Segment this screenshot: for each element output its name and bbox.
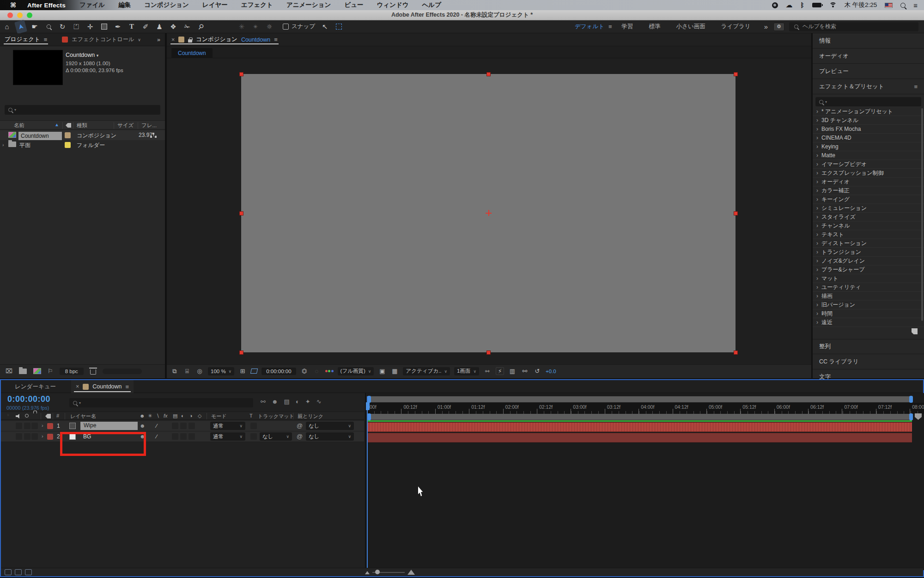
layer-name[interactable]: Wipe — [80, 422, 138, 430]
timeline-track-area[interactable]: 00f00:12f01:00f01:12f02:00f02:12f03:00f0… — [365, 393, 924, 570]
spotlight-search-icon[interactable] — [900, 3, 906, 8]
view-axis-mode-icon[interactable]: ✵ — [263, 22, 275, 32]
label-chip-yellow[interactable] — [65, 142, 71, 148]
panel-overflow-icon[interactable]: » — [157, 37, 160, 43]
timeline-search-field[interactable]: ▾ — [69, 398, 253, 407]
cc-libraries-panel-header[interactable]: CC ライブラリ — [813, 354, 924, 369]
lock-icon[interactable] — [188, 39, 192, 43]
playhead-line[interactable] — [367, 396, 368, 570]
snap-options-icon[interactable]: ↖ — [319, 22, 331, 32]
effects-category[interactable]: ›CINEMA 4D — [813, 134, 924, 142]
selection-handle[interactable] — [734, 350, 738, 355]
rotate-tool-icon[interactable]: ↻ — [56, 22, 68, 32]
help-search-field[interactable]: ヘルプを検索 — [789, 22, 918, 31]
effects-category[interactable]: ›ユーティリティ — [813, 283, 924, 292]
solid-swatch[interactable] — [69, 423, 76, 429]
anchor-point-icon[interactable] — [486, 210, 492, 216]
shy-toggle-icon[interactable]: ☻ — [140, 423, 146, 429]
collapsed-panel-header[interactable]: プレビュー — [813, 64, 924, 79]
zoom-tool-icon[interactable] — [43, 22, 55, 32]
comp-mini-flowchart-icon[interactable]: ⚯ — [261, 398, 266, 405]
hand-tool-icon[interactable]: ☛ — [29, 22, 41, 32]
fast-previews-region-icon[interactable]: ▣ — [378, 368, 386, 375]
close-window-button[interactable] — [7, 12, 13, 18]
effects-category[interactable]: ›マット — [813, 274, 924, 283]
camera-dropdown[interactable]: アクティブカ..∨ — [403, 367, 450, 375]
effects-category[interactable]: ›オーディオ — [813, 178, 924, 186]
toggle-inout-panes-icon[interactable] — [25, 569, 32, 575]
reset-exposure-icon[interactable]: ↺ — [533, 368, 541, 375]
time-ruler[interactable]: 00f00:12f01:00f01:12f02:00f02:12f03:00f0… — [367, 403, 924, 414]
selection-handle[interactable] — [486, 350, 491, 355]
channel-settings-icon[interactable] — [325, 370, 334, 372]
blend-mode-dropdown[interactable]: 通常∨ — [210, 432, 245, 441]
puppet-pin-tool-icon[interactable]: ⚲ — [193, 19, 209, 35]
apple-menu-icon[interactable]: ⌘ — [10, 1, 16, 9]
tab-effect-controls[interactable]: エフェクトコントロール∨ — [57, 33, 145, 46]
clone-stamp-tool-icon[interactable]: ♟ — [153, 22, 165, 32]
parent-pickwhip-icon[interactable]: @ — [297, 422, 303, 429]
control-center-icon[interactable]: ≡ — [913, 1, 918, 9]
breadcrumb-comp-button[interactable]: Countdown — [171, 48, 213, 58]
work-area-end-handle[interactable] — [909, 413, 913, 420]
effects-category[interactable]: ›テキスト — [813, 230, 924, 239]
pen-tool-icon[interactable]: ✒ — [112, 22, 124, 32]
effects-category[interactable]: ›Keying — [813, 142, 924, 151]
battery-icon[interactable] — [812, 3, 821, 7]
layer-expander-icon[interactable]: › — [42, 423, 43, 428]
effects-category[interactable]: ›ノイズ&グレイン — [813, 257, 924, 265]
always-preview-icon[interactable]: ⧉ — [170, 368, 179, 375]
menu-item[interactable]: エフェクト — [241, 1, 273, 9]
parent-pickwhip-icon[interactable]: @ — [297, 433, 303, 440]
selection-tool-icon[interactable]: ➤ — [14, 19, 27, 34]
effects-category[interactable]: ›スタイライズ — [813, 213, 924, 221]
selection-handle[interactable] — [734, 211, 738, 215]
menu-item[interactable]: ウィンドウ — [377, 1, 408, 9]
lock-cell[interactable] — [31, 433, 38, 440]
layer-label-chip[interactable] — [47, 434, 53, 440]
effects-category[interactable]: ›シミュレーション — [813, 204, 924, 213]
timeline-column-headers[interactable]: # レイヤー名 ☻ ✳ ∖ fx ▤ ◐ ◑ ◇ モード T トラックマット 親… — [1, 412, 364, 420]
project-column-headers[interactable]: 名前 ▲ 種類 サイズ フレ... — [0, 120, 165, 129]
tab-render-queue[interactable]: レンダーキュー — [15, 383, 56, 391]
time-navigator-bar[interactable] — [367, 396, 913, 402]
menu-item[interactable]: 編集 — [118, 1, 131, 9]
menu-item[interactable]: レイヤー — [202, 1, 228, 9]
camera-tool-icon[interactable]: ⏍ — [70, 22, 82, 32]
snap-checkbox[interactable] — [283, 24, 289, 30]
comp-flowchart-icon[interactable]: ⚯ — [521, 368, 529, 375]
bluetooth-icon[interactable]: ᛒ — [801, 2, 804, 9]
effects-category[interactable]: ›描画 — [813, 292, 924, 301]
workspace-tab-small-screen[interactable]: 小さい画面 — [676, 23, 705, 31]
project-search-field[interactable]: ▾ — [5, 105, 160, 115]
wifi-icon[interactable] — [829, 2, 837, 8]
preserve-transparency-cell[interactable] — [250, 433, 257, 440]
work-area-start-handle[interactable] — [367, 413, 371, 420]
timeline-panel-icon[interactable]: ▥ — [508, 368, 517, 375]
comp-marker-bin-icon[interactable] — [915, 413, 922, 420]
label-chip-tan[interactable] — [65, 132, 71, 138]
workspace-menu-icon[interactable]: ≡ — [608, 23, 612, 30]
layer-bar-bg[interactable] — [367, 433, 912, 443]
transparency-grid-icon[interactable]: ▦ — [390, 368, 399, 375]
navigator-start-handle[interactable] — [367, 396, 371, 403]
effects-category[interactable]: ›遠近 — [813, 318, 924, 327]
grid-guides-icon[interactable]: ⊞ — [238, 368, 247, 375]
quality-toggle-icon[interactable]: ∕ — [156, 433, 157, 440]
snapshot-icon[interactable]: ⏣ — [300, 368, 309, 375]
align-panel-header[interactable]: 整列 — [813, 339, 924, 354]
show-snapshot-icon[interactable]: ◌ — [313, 368, 321, 375]
input-language-flag-icon[interactable] — [885, 3, 893, 8]
tab-timeline-countdown[interactable]: × Countdown ≡ — [71, 380, 134, 393]
switch-cell[interactable] — [172, 433, 178, 440]
frame-blending-icon[interactable]: ▤ — [284, 398, 290, 405]
graph-editor-icon[interactable]: ∿ — [316, 398, 322, 405]
project-row-countdown[interactable]: Countdown コンポジション 23.97 — [0, 130, 165, 140]
track-matte-dropdown[interactable]: なし∨ — [260, 432, 292, 441]
fast-previews-icon[interactable]: ⚡ — [496, 367, 504, 375]
effects-presets-header[interactable]: エフェクト＆プリセット≡ — [813, 79, 924, 94]
app-menu[interactable]: After Effects — [27, 2, 66, 9]
tab-composition[interactable]: × コンポジション Countdown ≡ — [167, 33, 282, 46]
effects-category[interactable]: ›* アニメーションプリセット — [813, 107, 924, 116]
close-tab-icon[interactable]: × — [171, 37, 175, 43]
